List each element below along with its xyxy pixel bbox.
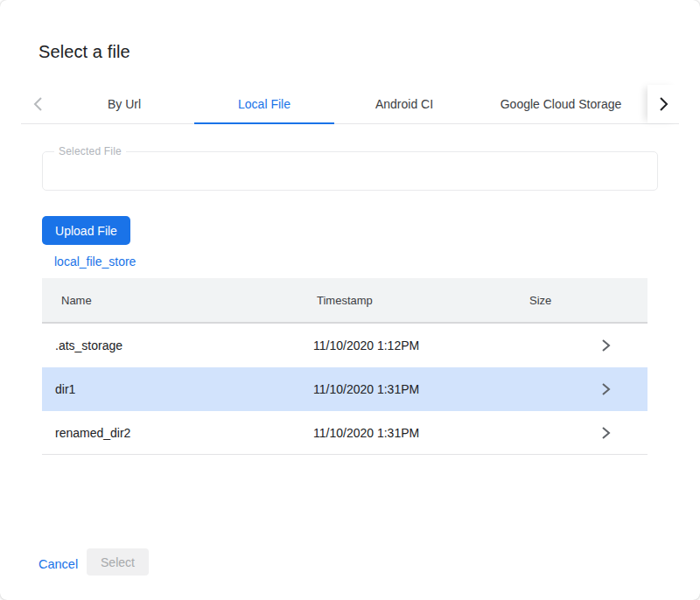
tab-android-ci[interactable]: Android CI: [334, 85, 474, 123]
file-name: renamed_dir2: [42, 426, 313, 440]
cancel-button[interactable]: Cancel: [38, 557, 78, 571]
tab-label: By Url: [108, 97, 141, 111]
tab-bar: By Url Local File Android CI Google Clou…: [21, 85, 679, 124]
select-file-dialog: Select a file By Url Local File Android …: [0, 0, 700, 600]
tabs-paginate-next-button[interactable]: [648, 85, 679, 123]
file-table: Name Timestamp Size .ats_storage 11/10/2…: [42, 278, 648, 455]
chevron-right-icon: [564, 426, 648, 440]
selected-file-field-label: Selected File: [54, 145, 126, 157]
column-header-timestamp: Timestamp: [313, 294, 529, 307]
file-timestamp: 11/10/2020 1:31PM: [313, 382, 529, 396]
table-row[interactable]: renamed_dir2 11/10/2020 1:31PM: [42, 411, 648, 455]
dialog-title: Select a file: [38, 42, 130, 62]
tab-list: By Url Local File Android CI Google Clou…: [54, 85, 648, 123]
tabs-paginate-prev-button[interactable]: [21, 85, 54, 123]
select-button[interactable]: Select: [87, 548, 149, 576]
column-header-name: Name: [42, 294, 313, 307]
file-name: dir1: [42, 382, 313, 396]
chevron-right-icon: [658, 96, 669, 112]
chevron-right-icon: [564, 382, 648, 396]
file-timestamp: 11/10/2020 1:12PM: [313, 338, 529, 352]
file-timestamp: 11/10/2020 1:31PM: [313, 426, 529, 440]
tab-label: Android CI: [375, 97, 433, 111]
column-header-size: Size: [529, 294, 564, 307]
tab-label: Local File: [238, 97, 290, 111]
tab-google-cloud-storage[interactable]: Google Cloud Storage: [474, 85, 648, 123]
table-row[interactable]: .ats_storage 11/10/2020 1:12PM: [42, 324, 648, 367]
selected-file-input[interactable]: [43, 152, 657, 190]
selected-file-field: Selected File: [42, 151, 658, 191]
chevron-right-icon: [564, 338, 648, 352]
tab-local-file[interactable]: Local File: [194, 85, 334, 123]
tab-by-url[interactable]: By Url: [54, 85, 194, 123]
table-row[interactable]: dir1 11/10/2020 1:31PM: [42, 367, 648, 411]
local-file-store-link[interactable]: local_file_store: [54, 255, 136, 269]
table-header-row: Name Timestamp Size: [42, 278, 648, 324]
upload-file-button[interactable]: Upload File: [42, 216, 130, 245]
tab-label: Google Cloud Storage: [500, 97, 622, 111]
file-name: .ats_storage: [42, 338, 313, 352]
chevron-left-icon: [32, 96, 44, 112]
